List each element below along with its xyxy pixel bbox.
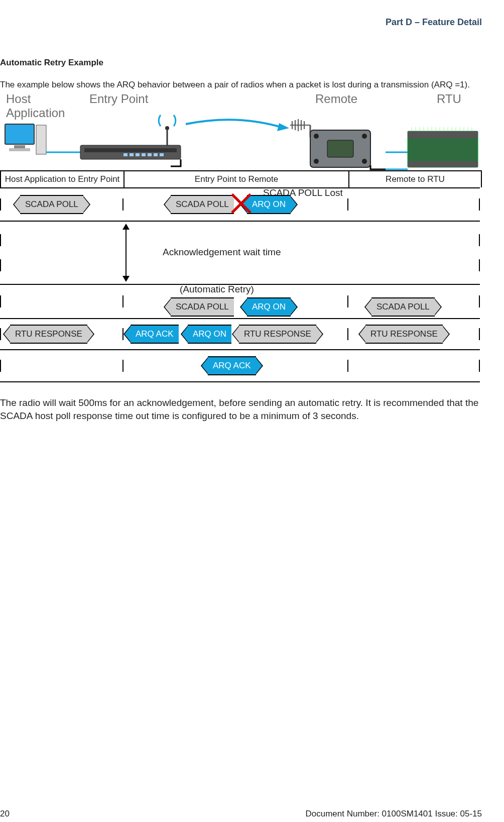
- tag-arq-ack-2: ARQ ACK: [201, 357, 263, 374]
- tag-rtu-resp-3: RTU RESPONSE: [358, 326, 450, 343]
- label-host: Host Application: [6, 92, 65, 120]
- svg-rect-1: [14, 145, 25, 148]
- wait-arrow: [125, 225, 127, 281]
- doc-number: Document Number: 0100SM1401 Issue: 05-15: [305, 809, 482, 819]
- closing-text: The radio will wait 500ms for an acknowl…: [0, 396, 482, 422]
- lane-2: Acknowledgement wait time: [0, 221, 480, 284]
- lane-3: (Automatic Retry) SCADA POLL ARQ ON SCAD…: [0, 284, 480, 318]
- device-row: Host Application Entry Point Remote RTU: [0, 95, 482, 170]
- svg-marker-16: [277, 123, 289, 131]
- lane-1: SCADA POLL Lost SCADA POLL SCADA POLL AR…: [0, 187, 480, 221]
- svg-rect-33: [408, 131, 478, 138]
- svg-rect-6: [84, 148, 177, 152]
- tag-rtu-resp-2: RTU RESPONSE: [232, 326, 323, 343]
- svg-rect-2: [9, 148, 30, 151]
- svg-rect-25: [327, 140, 353, 157]
- svg-rect-50: [408, 161, 478, 167]
- page-title: Automatic Retry Example: [0, 58, 482, 68]
- intro-text: The example below shows the ARQ behavior…: [0, 80, 482, 90]
- svg-rect-11: [148, 153, 152, 156]
- svg-rect-8: [130, 153, 134, 156]
- svg-point-26: [314, 134, 319, 139]
- svg-rect-13: [160, 153, 164, 156]
- svg-rect-10: [142, 153, 146, 156]
- annotation-auto-retry: (Automatic Retry): [180, 284, 254, 295]
- page-number: 20: [0, 809, 10, 819]
- tag-arq-on-2: ARQ ON: [240, 298, 298, 316]
- label-remote: Remote: [315, 92, 357, 106]
- lane-4: RTU RESPONSE ARQ ACK ARQ ON RTU RESPONSE…: [0, 318, 480, 349]
- tag-scada-poll-2: SCADA POLL: [164, 196, 234, 213]
- svg-rect-7: [123, 153, 128, 156]
- cross-icon: [229, 191, 253, 216]
- lane-end: [0, 381, 480, 382]
- svg-rect-9: [136, 153, 140, 156]
- section-header: Part D – Feature Detail: [0, 17, 482, 28]
- annotation-ack-wait: Acknowledgement wait time: [163, 247, 281, 258]
- label-entry: Entry Point: [89, 92, 148, 106]
- svg-rect-0: [5, 124, 34, 144]
- svg-point-27: [362, 134, 367, 139]
- svg-point-28: [314, 159, 319, 164]
- column-headers: Host Application to Entry Point Entry Po…: [0, 170, 482, 187]
- tag-arq-ack-1: ARQ ACK: [123, 326, 179, 343]
- tag-scada-poll-4: SCADA POLL: [364, 298, 442, 316]
- col-header-2: Entry Point to Remote: [124, 171, 349, 187]
- page-footer: 20 Document Number: 0100SM1401 Issue: 05…: [0, 809, 482, 819]
- tag-rtu-resp-1: RTU RESPONSE: [3, 326, 94, 343]
- svg-point-29: [362, 159, 367, 164]
- lane-5: ARQ ACK: [0, 349, 480, 381]
- label-rtu: RTU: [437, 92, 461, 106]
- svg-rect-12: [154, 153, 158, 156]
- tag-scada-poll-3: SCADA POLL: [164, 298, 234, 316]
- svg-point-15: [165, 126, 169, 130]
- col-header-1: Host Application to Entry Point: [1, 171, 124, 187]
- tag-scada-poll-1: SCADA POLL: [13, 196, 90, 213]
- devices-illustration: [0, 95, 482, 170]
- col-header-3: Remote to RTU: [349, 171, 481, 187]
- tag-arq-on-3: ARQ ON: [181, 326, 231, 343]
- svg-rect-3: [36, 125, 46, 154]
